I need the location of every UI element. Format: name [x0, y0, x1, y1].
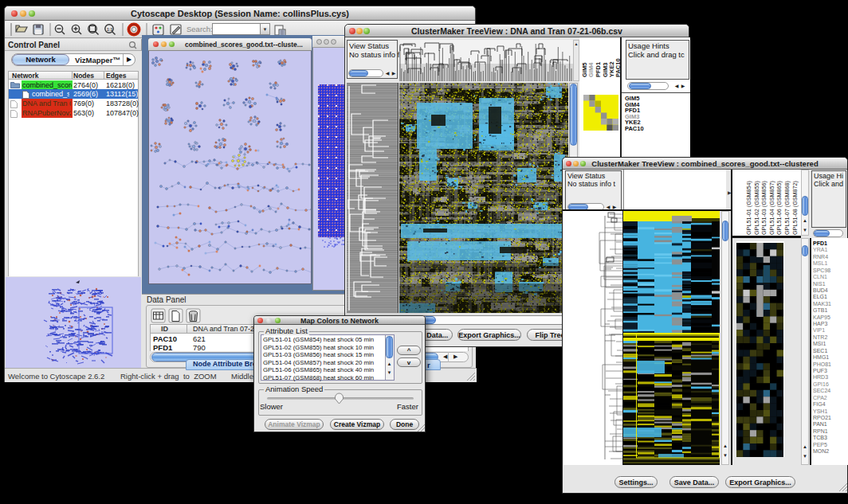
- svg-text:1:1: 1:1: [107, 27, 112, 32]
